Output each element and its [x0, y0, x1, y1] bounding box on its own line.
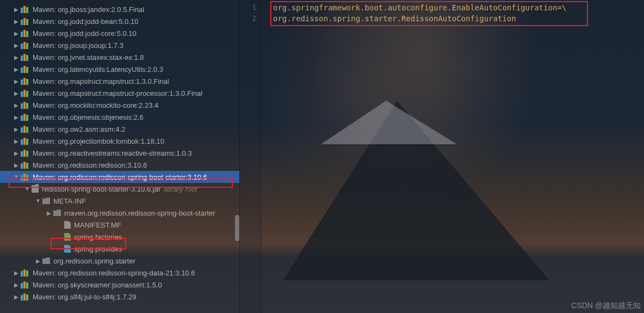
library-icon — [21, 77, 29, 85]
library-root-badge: library root — [164, 185, 197, 193]
tree-item-label: Maven: org.mockito:mockito-core:2.23.4 — [33, 101, 158, 109]
chevron-right-icon[interactable]: ▶ — [13, 42, 20, 48]
tree-row[interactable]: ▶Maven: org.jodd:jodd-bean:5.0.10 — [0, 15, 239, 27]
library-icon — [21, 173, 29, 181]
library-icon — [21, 125, 29, 133]
tree-row[interactable]: ▼Maven: org.redisson:redisson-spring-boo… — [0, 171, 239, 183]
tree-row[interactable]: ▼META-INF — [0, 195, 239, 207]
file-icon — [64, 245, 71, 253]
editor-line: org.redisson.spring.starter.RedissonAuto… — [273, 14, 516, 23]
tree-row[interactable]: ▶Maven: org.jodd:jodd-core:5.0.10 — [0, 27, 239, 39]
tree-item-label: Maven: org.jodd:jodd-bean:5.0.10 — [33, 17, 138, 26]
library-icon — [21, 101, 29, 109]
tree-row[interactable]: ▶Maven: org.ow2.asm:asm:4.2 — [0, 123, 239, 135]
library-icon — [21, 17, 29, 25]
tree-row[interactable]: ▶Maven: org.redisson:redisson:3.10.6 — [0, 159, 239, 171]
chevron-right-icon[interactable]: ▶ — [13, 294, 20, 300]
tree-item-label: META-INF — [53, 197, 86, 205]
folder-icon — [42, 257, 50, 264]
library-icon — [21, 161, 29, 169]
library-icon — [21, 53, 29, 61]
library-icon — [21, 149, 29, 157]
chevron-right-icon[interactable]: ▶ — [46, 210, 52, 216]
tree-row[interactable]: spring.factories — [0, 231, 239, 243]
chevron-right-icon[interactable]: ▶ — [13, 7, 20, 13]
tree-item-label: Maven: org.latencyutils:LatencyUtils:2.0… — [33, 65, 163, 73]
tree-row[interactable]: ▶Maven: org.slf4j:jul-to-slf4j:1.7.29 — [0, 291, 239, 303]
tree-row[interactable]: ▶Maven: org.redisson:redisson-spring-dat… — [0, 267, 239, 279]
tree-row[interactable]: MANIFEST.MF — [0, 219, 239, 231]
editor-line: org.springframework.boot.autoconfigure.E… — [273, 3, 566, 12]
chevron-right-icon[interactable]: ▶ — [13, 282, 20, 288]
library-icon — [21, 29, 29, 37]
project-tree: ▶Maven: org.jboss:jandex:2.0.5.Final▶Mav… — [0, 0, 239, 313]
library-icon — [21, 89, 29, 97]
tree-row[interactable]: ▶Maven: org.reactivestreams:reactive-str… — [0, 147, 239, 159]
file-icon — [64, 233, 71, 241]
tree-item-label: MANIFEST.MF — [74, 221, 121, 229]
folder-icon — [53, 210, 61, 216]
chevron-right-icon[interactable]: ▶ — [35, 258, 41, 264]
tree-row[interactable]: ▶Maven: org.projectlombok:lombok:1.18.10 — [0, 135, 239, 147]
tree-item-label: org.redisson.spring.starter — [53, 257, 135, 265]
library-icon — [21, 113, 29, 121]
tree-item-label: Maven: org.mapstruct:mapstruct-processor… — [33, 89, 202, 97]
tree-row[interactable]: ▶Maven: org.mapstruct:mapstruct:1.3.0.Fi… — [0, 75, 239, 87]
tree-row[interactable]: ▶Maven: org.mapstruct:mapstruct-processo… — [0, 87, 239, 99]
library-icon — [21, 293, 29, 300]
tree-row[interactable]: ▼redisson-spring-boot-starter-3.10.6.jar… — [0, 183, 239, 195]
tree-item-label: spring.factories — [74, 233, 122, 241]
tree-item-label: Maven: org.mapstruct:mapstruct:1.3.0.Fin… — [33, 77, 169, 85]
tree-item-label: Maven: org.redisson:redisson-spring-data… — [33, 269, 195, 277]
library-icon — [21, 281, 29, 289]
chevron-right-icon[interactable]: ▶ — [13, 102, 20, 108]
tree-row[interactable]: ▶maven.org.redisson.redisson-spring-boot… — [0, 207, 239, 219]
scrollbar-thumb[interactable] — [235, 215, 239, 241]
tree-item-label: Maven: org.objenesis:objenesis:2.6 — [33, 113, 144, 121]
library-icon — [21, 137, 29, 145]
tree-item-label: Maven: org.slf4j:jul-to-slf4j:1.7.29 — [33, 293, 137, 301]
line-number: 1 — [240, 2, 256, 13]
chevron-right-icon[interactable]: ▶ — [13, 19, 20, 24]
line-number: 2 — [240, 13, 256, 24]
folder-icon — [42, 198, 50, 204]
chevron-down-icon[interactable]: ▼ — [35, 198, 41, 204]
tree-item-label: Maven: org.jboss:jandex:2.0.5.Final — [33, 5, 144, 14]
chevron-right-icon[interactable]: ▶ — [13, 126, 20, 132]
tree-row[interactable]: ▶Maven: org.objenesis:objenesis:2.6 — [0, 111, 239, 123]
chevron-down-icon[interactable]: ▼ — [24, 186, 30, 192]
editor-gutter: 1 2 — [239, 0, 261, 313]
tree-row[interactable]: spring.provides — [0, 243, 239, 255]
tree-item-label: Maven: org.redisson:redisson-spring-boot… — [33, 173, 207, 181]
tree-row[interactable]: ▶Maven: org.jboss:jandex:2.0.5.Final — [0, 3, 239, 15]
library-icon — [21, 5, 29, 13]
chevron-right-icon[interactable]: ▶ — [13, 150, 20, 156]
file-icon — [64, 221, 71, 229]
tree-item-label: maven.org.redisson.redisson-spring-boot-… — [64, 209, 215, 217]
tree-item-label: Maven: org.ow2.asm:asm:4.2 — [33, 125, 126, 133]
tree-item-label: Maven: org.skyscreamer:jsonassert:1.5.0 — [33, 281, 162, 289]
chevron-right-icon[interactable]: ▶ — [13, 114, 20, 120]
tree-item-label: Maven: org.reactivestreams:reactive-stre… — [33, 149, 192, 157]
editor[interactable]: org.springframework.boot.autoconfigure.E… — [261, 0, 644, 313]
chevron-right-icon[interactable]: ▶ — [13, 78, 20, 84]
chevron-right-icon[interactable]: ▶ — [13, 270, 20, 276]
chevron-right-icon[interactable]: ▶ — [13, 30, 20, 36]
tree-item-label: Maven: org.jodd:jodd-core:5.0.10 — [33, 29, 137, 38]
chevron-right-icon[interactable]: ▶ — [13, 54, 20, 60]
chevron-right-icon[interactable]: ▶ — [13, 66, 20, 72]
tree-row[interactable]: ▶Maven: org.mockito:mockito-core:2.23.4 — [0, 99, 239, 111]
chevron-down-icon[interactable]: ▼ — [13, 174, 20, 180]
tree-row[interactable]: ▶Maven: org.skyscreamer:jsonassert:1.5.0 — [0, 279, 239, 291]
tree-item-label: Maven: org.jvnet.staxex:stax-ex:1.8 — [33, 53, 144, 62]
chevron-right-icon[interactable]: ▶ — [13, 90, 20, 96]
chevron-right-icon[interactable]: ▶ — [13, 162, 20, 168]
chevron-right-icon[interactable]: ▶ — [13, 138, 20, 144]
tree-row[interactable]: ▶Maven: org.jsoup:jsoup:1.7.3 — [0, 39, 239, 51]
tree-row[interactable]: ▶org.redisson.spring.starter — [0, 255, 239, 267]
library-icon — [21, 269, 29, 277]
tree-row[interactable]: ▶Maven: org.jvnet.staxex:stax-ex:1.8 — [0, 51, 239, 63]
watermark: CSDN @越知越无知 — [571, 301, 641, 311]
tree-item-label: redisson-spring-boot-starter-3.10.6.jar — [42, 185, 160, 193]
tree-row[interactable]: ▶Maven: org.latencyutils:LatencyUtils:2.… — [0, 63, 239, 75]
